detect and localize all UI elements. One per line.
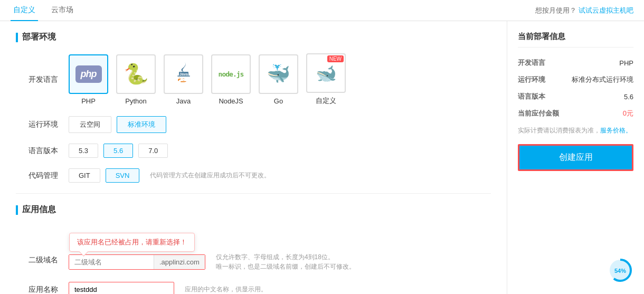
lang-custom-label: 自定义 (316, 96, 336, 106)
lang-go-box: 🐳 (259, 54, 298, 94)
app-section-title: 应用信息 (16, 204, 491, 215)
right-panel: 当前部署信息 开发语言 PHP 运行环境 标准分布式运行环境 语言版本 5.6 … (507, 21, 644, 294)
lang-java-box: Java (164, 54, 203, 94)
info-key-ver: 语言版本 (518, 92, 545, 101)
domain-input-area: 该应用名已经被占用，请重新选择！ .applinzi.com 仅允许数字、字母组… (69, 252, 355, 271)
version-options: 5.3 5.6 7.0 (69, 144, 168, 158)
info-row-env: 运行环境 标准分布式运行环境 (518, 75, 633, 84)
java-icon: Java (173, 62, 194, 86)
tab-market[interactable]: 云市场 (49, 0, 76, 21)
lang-nodejs[interactable]: node.js NodeJS (211, 54, 251, 105)
domain-suffix: .applinzi.com (154, 255, 205, 269)
info-key-lang: 开发语言 (518, 58, 545, 68)
go-icon: 🐳 (267, 63, 290, 85)
lang-php-box: php (69, 54, 108, 94)
language-row: 开发语言 php PHP 🐍 Python (16, 53, 491, 106)
language-label: 开发语言 (16, 75, 58, 84)
info-val-lang: PHP (619, 59, 633, 67)
code-row: 代码管理 GIT SVN 代码管理方式在创建应用成功后不可更改。 (16, 168, 491, 183)
appname-label: 应用名称 (16, 285, 58, 295)
progress-text: 54% (614, 268, 626, 274)
info-val-env: 标准分布式运行环境 (572, 75, 633, 84)
runtime-cloud[interactable]: 云空间 (69, 116, 111, 133)
appname-controls: 应用的中文名称，供显示用。 (69, 282, 267, 294)
lang-custom-box: 🐋 NEW (306, 53, 346, 93)
code-git[interactable]: GIT (69, 168, 100, 183)
lang-go[interactable]: 🐳 Go (259, 54, 298, 105)
runtime-row: 运行环境 云空间 标准环境 (16, 116, 491, 133)
info-row-lang: 开发语言 PHP (518, 58, 633, 68)
version-70[interactable]: 7.0 (138, 144, 168, 158)
lang-nodejs-box: node.js (211, 54, 251, 94)
left-panel: 部署环境 开发语言 php PHP 🐍 Python (0, 21, 507, 294)
new-badge: NEW (327, 55, 344, 62)
language-options: php PHP 🐍 Python (69, 53, 348, 106)
python-icon: 🐍 (124, 62, 148, 86)
lang-python-box: 🐍 (116, 54, 156, 94)
nodejs-icon: node.js (219, 70, 244, 78)
domain-hint: 仅允许数字、字母组成，长度为4到18位。 唯一标识，也是二级域名前缀，创建后不可… (216, 252, 355, 271)
domain-input[interactable] (69, 255, 154, 269)
billing-link[interactable]: 服务价格。 (600, 127, 632, 134)
top-tabs: 自定义 云市场 想按月使用？ 试试云虚拟主机吧 (0, 0, 644, 21)
appname-row: 应用名称 应用的中文名称，供显示用。 (16, 282, 491, 294)
code-label: 代码管理 (16, 171, 58, 181)
top-right-hint: 想按月使用？ 试试云虚拟主机吧 (535, 6, 633, 15)
version-row: 语言版本 5.3 5.6 7.0 (16, 144, 491, 158)
lang-php-label: PHP (81, 97, 96, 105)
circle-progress: 54% (607, 257, 633, 283)
version-label: 语言版本 (16, 146, 58, 156)
lang-nodejs-label: NodeJS (219, 97, 243, 105)
deploy-section-title: 部署环境 (16, 32, 491, 43)
billing-note: 实际计费请以消费报表为准，服务价格。 (518, 126, 633, 136)
lang-go-label: Go (274, 97, 283, 105)
top-hint-link[interactable]: 试试云虚拟主机吧 (579, 6, 633, 14)
create-app-button[interactable]: 创建应用 (518, 144, 633, 171)
domain-tooltip: 该应用名已经被占用，请重新选择！ (69, 233, 195, 252)
custom-icon: 🐋 (316, 63, 337, 83)
section-divider (16, 193, 491, 194)
svg-text:Java: Java (179, 72, 188, 77)
version-53[interactable]: 5.3 (69, 144, 98, 158)
appname-hint: 应用的中文名称，供显示用。 (185, 285, 267, 294)
info-val-cost: 0元 (623, 109, 633, 118)
info-row-ver: 语言版本 5.6 (518, 92, 633, 101)
code-svn[interactable]: SVN (106, 168, 140, 183)
runtime-options: 云空间 标准环境 (69, 116, 166, 133)
lang-python-label: Python (125, 97, 146, 105)
domain-label: 二级域名 (16, 255, 58, 265)
lang-java[interactable]: Java Java (164, 54, 203, 105)
runtime-label: 运行环境 (16, 120, 58, 129)
domain-row: 二级域名 该应用名已经被占用，请重新选择！ .applinzi.com 仅允许数… (16, 226, 491, 271)
runtime-standard[interactable]: 标准环境 (117, 116, 166, 133)
info-key-cost: 当前应付金额 (518, 109, 559, 118)
info-val-ver: 5.6 (624, 93, 633, 101)
tab-custom[interactable]: 自定义 (11, 0, 38, 21)
appname-input[interactable] (69, 282, 174, 294)
info-key-env: 运行环境 (518, 75, 545, 84)
code-options: GIT SVN 代码管理方式在创建应用成功后不可更改。 (69, 168, 270, 183)
domain-input-wrap: 该应用名已经被占用，请重新选择！ .applinzi.com (69, 254, 205, 270)
tab-list: 自定义 云市场 (11, 0, 76, 21)
lang-custom[interactable]: 🐋 NEW 自定义 (306, 53, 346, 106)
progress-svg: 54% (607, 257, 633, 283)
top-hint-text: 想按月使用？ (535, 6, 576, 14)
code-note: 代码管理方式在创建应用成功后不可更改。 (150, 171, 270, 180)
lang-php[interactable]: php PHP (69, 54, 108, 105)
main-container: 部署环境 开发语言 php PHP 🐍 Python (0, 21, 644, 294)
lang-java-label: Java (176, 97, 191, 105)
info-row-cost: 当前应付金额 0元 (518, 109, 633, 118)
php-icon: php (75, 65, 102, 83)
lang-python[interactable]: 🐍 Python (116, 54, 156, 105)
version-56[interactable]: 5.6 (103, 144, 133, 158)
info-card-title: 当前部署信息 (518, 32, 633, 48)
